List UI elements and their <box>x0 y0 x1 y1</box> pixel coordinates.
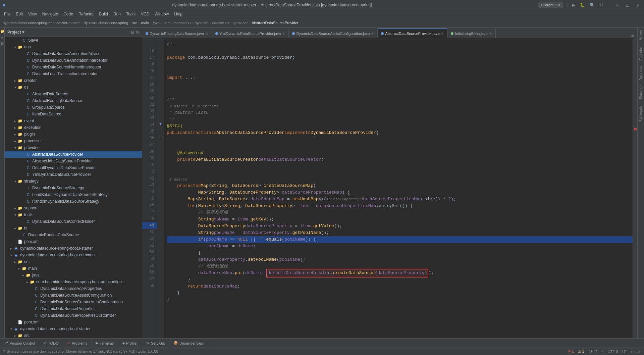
tree-item-DynamicLocalTransactionInterceptor[interactable]: CDynamicLocalTransactionInterceptor <box>5 70 142 77</box>
tree-item-DynamicDataSourceStrategy[interactable]: IDynamicDataSourceStrategy <box>5 185 142 191</box>
bottom-tab-terminal[interactable]: ▶ Terminal <box>92 340 118 347</box>
tree-item-DefaultDynamicDataSourceProvider[interactable]: CDefaultDynamicDataSourceProvider <box>5 164 142 171</box>
tree-item-event[interactable]: ▸📁event <box>5 117 142 124</box>
tree-item-AbstractJdbcDataSourceProvider[interactable]: CAbstractJdbcDataSourceProvider <box>5 158 142 164</box>
tab-DynamicRoutingDataSource[interactable]: DynamicRoutingDataSource.java ✕ <box>142 29 212 38</box>
tree-item-pom2[interactable]: 📄pom.xml <box>5 319 142 325</box>
tab-more-icon[interactable]: ≫ <box>628 33 637 38</box>
tree-item-dscommon[interactable]: ▾◉dynamic-datasource-spring-boot-common <box>5 252 142 258</box>
menu-window[interactable]: Window <box>152 11 172 17</box>
nav-class[interactable]: AbstractDataSourceProvider <box>252 21 298 25</box>
status-indent[interactable]: 4 <box>601 350 603 354</box>
tree-item-DynamicDataSourceCreatorAutoConfiguration[interactable]: CDynamicDataSourceCreatorAutoConfigurati… <box>5 299 142 305</box>
tree-item-support[interactable]: ▸📁support <box>5 205 142 211</box>
menu-code[interactable]: Code <box>61 11 76 17</box>
tree-item-pom1[interactable]: 📄pom.xml <box>5 238 142 245</box>
project-icon[interactable]: 📁 <box>0 29 5 34</box>
tree-item-strategy[interactable]: ▾📁strategy <box>5 178 142 185</box>
bottom-tab-dependencies[interactable]: 📦 Dependencies <box>169 340 207 347</box>
nav-baomidou[interactable]: baomidou <box>174 21 191 25</box>
bottom-tab-problems[interactable]: ⚠ Problems <box>63 340 92 347</box>
tree-item-AbstractRoutingDataSource[interactable]: CAbstractRoutingDataSource <box>5 97 142 104</box>
nav-com[interactable]: com <box>164 21 171 25</box>
menu-help[interactable]: Help <box>171 11 185 17</box>
bottom-tab-profiler[interactable]: ◈ Profiler <box>118 340 142 347</box>
current-file-label[interactable]: Current File <box>538 2 563 8</box>
menu-tools[interactable]: Tools <box>123 11 138 17</box>
tree-item-src3[interactable]: ▸📁src <box>5 332 142 338</box>
scrollbar-area[interactable] <box>633 38 637 338</box>
tab-close-4[interactable]: ✕ <box>441 32 444 36</box>
tree-item-main2[interactable]: ▸📁main <box>5 265 142 272</box>
menu-edit[interactable]: Edit <box>13 11 25 17</box>
sidebar-collapse-all[interactable]: ⊟ <box>131 30 134 35</box>
close-button[interactable]: ✕ <box>635 3 640 7</box>
tree-item-DynamicDataSourceAnnotationAdvisor[interactable]: CDynamicDataSourceAnnotationAdvisor <box>5 50 142 57</box>
maximize-button[interactable]: □ <box>625 3 630 7</box>
status-errors[interactable]: ✕ 1 <box>568 349 574 354</box>
tree-item-slave[interactable]: CSlave <box>5 37 142 44</box>
tree-item-DynamicDataSourceContextHolder[interactable]: CDynamicDataSourceContextHolder <box>5 218 142 225</box>
nav-package1[interactable]: dynamic-datasource-spring <box>84 21 128 25</box>
tab-YmlDynamicDataSourceProvider[interactable]: YmlDynamicDataSourceProvider.java ✕ <box>212 29 289 38</box>
menu-build[interactable]: Build <box>96 11 111 17</box>
tree-item-dsstarter[interactable]: ▾◉dynamic-datasource-spring-boot-starter <box>5 325 142 332</box>
structure-icon[interactable]: ☷ <box>0 41 5 46</box>
bottom-tab-version-control[interactable]: ⎇ Version Control <box>0 340 39 347</box>
toolbar-search-icon[interactable]: 🔍 <box>590 3 595 7</box>
tree-item-YmlDynamicDataSourceProvider[interactable]: CYmlDynamicDataSourceProvider <box>5 171 142 178</box>
tree-item-AbstractDataSourceProvider[interactable]: CAbstractDataSourceProvider <box>5 151 142 158</box>
tree-item-DynamicDatasourceAopProperties[interactable]: CDynamicDatasourceAopProperties <box>5 285 142 292</box>
tab-InitializingBean[interactable]: InitializingBean.java ✕ <box>447 29 495 38</box>
tab-AbstractDataSourceProvider[interactable]: AbstractDataSourceProvider.java ✕ <box>378 29 447 38</box>
menu-vcs[interactable]: VCS <box>138 11 152 17</box>
tree-item-AbstractDataSource[interactable]: CAbstractDataSource <box>5 91 142 97</box>
nav-src[interactable]: src <box>132 21 137 25</box>
tree-item-ds[interactable]: ▾📁ds <box>5 84 142 91</box>
tree-item-plugin[interactable]: ▸📁plugin <box>5 131 142 138</box>
toolbar-settings-icon[interactable]: ⚙ <box>599 3 603 7</box>
tree-item-src2[interactable]: ▸📁src <box>5 258 142 265</box>
nav-dynamic[interactable]: dynamic <box>195 21 208 25</box>
tab-DynamicDataSourceAssistConfiguration[interactable]: DynamicDataSourceAssistConfiguration.jav… <box>289 29 378 38</box>
bottom-tab-todo[interactable]: ☑ TODO <box>39 340 63 347</box>
tab-close-5[interactable]: ✕ <box>489 32 492 36</box>
tree-item-toolkit[interactable]: ▾📁toolkit <box>5 211 142 218</box>
nav-java[interactable]: java <box>153 21 160 25</box>
menu-navigate[interactable]: Navigate <box>40 11 61 17</box>
minimize-button[interactable]: – <box>615 3 620 7</box>
tree-item-provider[interactable]: ▾📁provider <box>5 144 142 151</box>
menu-run[interactable]: Run <box>111 11 123 17</box>
tree-item-DynamicDataSourcePropertiesCustomizer[interactable]: CDynamicDataSourcePropertiesCustomizer <box>5 312 142 319</box>
tree-item-LoadBalanceDynamicDataSourceStrategy[interactable]: CLoadBalanceDynamicDataSourceStrategy <box>5 191 142 198</box>
status-line-col[interactable]: 48:47 <box>588 350 598 354</box>
right-panel-maven[interactable]: Maven <box>638 28 643 43</box>
tree-item-DynamicDataSourceNamedInterceptor[interactable]: CDynamicDataSourceNamedInterceptor <box>5 64 142 70</box>
nav-main[interactable]: main <box>141 21 149 25</box>
status-git[interactable]: ↑ main <box>631 350 641 354</box>
bookmark-icon[interactable]: ★ <box>0 35 5 40</box>
bottom-tab-services[interactable]: ⚙ Services <box>142 340 169 347</box>
tree-item-tx[interactable]: ▸📁tx <box>5 225 142 232</box>
right-panel-structure[interactable]: Structure <box>638 83 643 102</box>
nav-module[interactable]: dynamic-datasource-spring-boot-starter-m… <box>3 21 80 25</box>
tree-item-DynamicDataSourceProperties[interactable]: CDynamicDataSourceProperties <box>5 305 142 312</box>
tree-item-ds3[interactable]: ▸◉dynamic-datasource-spring-boot3-starte… <box>5 245 142 252</box>
right-panel-bookmarks[interactable]: Bookmarks <box>638 102 643 124</box>
menu-view[interactable]: View <box>25 11 40 17</box>
sidebar-settings[interactable]: ⚙ <box>136 30 139 35</box>
toolbar-run-icon[interactable]: ▶ <box>572 3 575 7</box>
tab-close-1[interactable]: ✕ <box>205 32 208 36</box>
tree-item-java2[interactable]: ▸📁java <box>5 272 142 278</box>
menu-refactor[interactable]: Refactor <box>76 11 96 17</box>
nav-provider[interactable]: provider <box>234 21 248 25</box>
tree-item-ItemDataSource[interactable]: CItemDataSource <box>5 111 142 117</box>
tree-item-aop[interactable]: ▾📁aop <box>5 44 142 50</box>
status-line-sep[interactable]: LF <box>622 350 627 354</box>
tree-item-DynamicRoutingDataSource2[interactable]: CDynamicRoutingDataSource <box>5 232 142 238</box>
tab-close-2[interactable]: ✕ <box>282 32 285 36</box>
tree-item-com2[interactable]: ▸📁com.baomidou.dynamic.spring.boot.autoc… <box>5 278 142 285</box>
tree-item-processor[interactable]: ▸📁processor <box>5 138 142 144</box>
tree-item-DynamicDataSourceAnnotationInterceptor[interactable]: CDynamicDataSourceAnnotationInterceptor <box>5 57 142 64</box>
status-warnings[interactable]: ⚠ 1 <box>578 349 584 354</box>
